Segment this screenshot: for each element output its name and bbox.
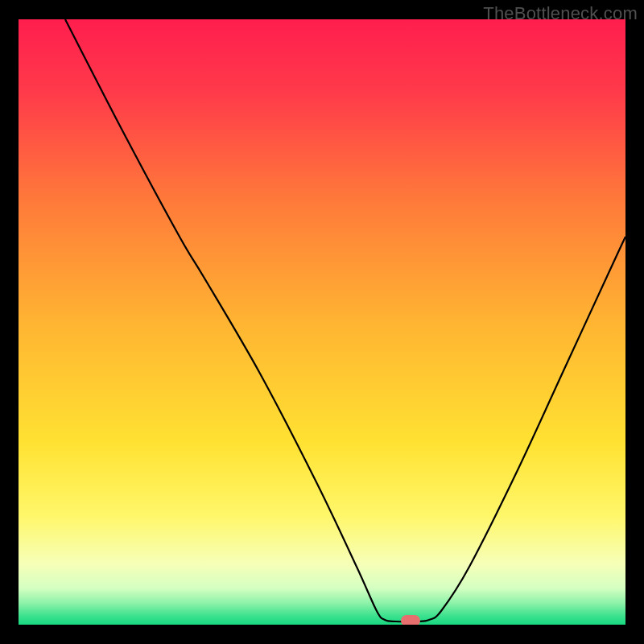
optimal-marker <box>401 615 420 625</box>
watermark-text: TheBottleneck.com <box>483 3 638 24</box>
plot-area <box>19 19 625 625</box>
bottleneck-curve <box>19 19 625 625</box>
chart-frame: TheBottleneck.com <box>0 0 644 644</box>
